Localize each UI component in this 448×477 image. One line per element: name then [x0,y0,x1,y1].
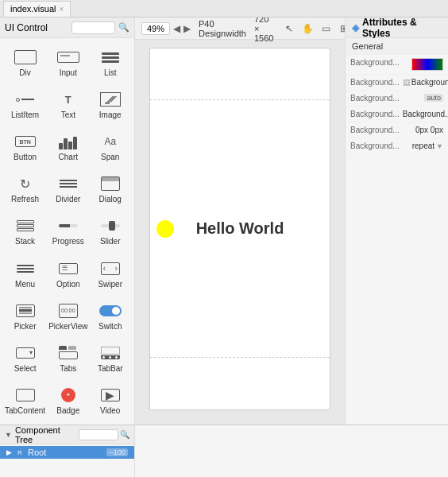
attr-label-1: Background... [350,58,408,67]
tree-search-area: 🔍 [79,429,129,440]
attr-row-background-size: Background... auto [346,91,448,107]
attributes-title: Attributes & Styles [362,17,442,39]
component-menu[interactable]: Menu [3,253,47,295]
component-tabs-label: Tabs [60,364,76,373]
component-progress[interactable]: Progress [47,210,89,252]
component-button-label: Button [14,153,37,161]
component-chart-label: Chart [59,153,78,161]
component-badge[interactable]: + Badge [47,379,89,421]
component-pickerview-label: PickerView [48,322,87,331]
attr-val-2: Background... [411,78,448,87]
zoom-prev-icon[interactable]: ◀ [173,23,180,34]
main-area: UI Control 🔍 Div Input [0,17,448,425]
component-text-label: Text [61,111,75,119]
component-refresh[interactable]: ↻ Refresh [3,168,47,210]
tool-pointer[interactable]: ↖ [281,21,297,36]
device-top-section [150,48,330,100]
component-tabs[interactable]: Tabs [47,337,89,379]
tree-header-left: ▼ Component Tree [5,425,79,444]
attr-row-background-position: Background... Background... [346,107,448,122]
tree-search-input[interactable] [79,429,118,440]
refresh-icon: ↻ [20,176,30,192]
component-divider-label: Divider [56,195,80,204]
component-tree-panel: ▼ Component Tree 🔍 ▶ R Root --100 [0,425,135,477]
component-search-input[interactable] [71,21,115,34]
slider-icon [101,224,120,227]
tree-collapse-icon[interactable]: ▼ [5,431,12,439]
component-button[interactable]: BTN Button [3,126,47,168]
component-swiper[interactable]: ‹› Swiper [89,253,131,295]
component-select[interactable]: ▾ Select [3,337,47,379]
component-divider[interactable]: Divider [47,168,89,210]
component-pickerview[interactable]: 00:00 PickerView [47,295,89,337]
expand-repeat-icon[interactable]: ▼ [436,142,443,150]
swiper-icon: ‹› [101,262,120,275]
component-option[interactable]: ☰ Option [47,253,89,295]
file-tab[interactable]: index.visual × [3,1,71,17]
switch-icon [99,305,122,316]
tool-rect[interactable]: ▭ [318,21,334,36]
component-image-label: Image [99,111,122,119]
component-list[interactable]: List [89,41,131,83]
attr-label-5: Background... [350,126,400,134]
tree-item-root[interactable]: ▶ R Root --100 [0,446,134,459]
tab-close-icon[interactable]: × [59,5,64,14]
panel-search-area: 🔍 [71,21,129,34]
component-progress-label: Progress [52,237,84,246]
zoom-next-icon[interactable]: ▶ [183,23,191,34]
tabs-icon [59,346,78,359]
bottom-section: ▼ Component Tree 🔍 ▶ R Root --100 [0,425,448,477]
component-image[interactable]: Image [89,83,131,126]
color-preview-icon[interactable] [411,58,443,71]
picker-icon [16,304,35,317]
device-bottom-section [150,358,330,409]
attr-label-4: Background... [350,110,400,118]
tool-hand[interactable]: ✋ [299,21,315,36]
attr-row-background-repeat: Background... repeat ▼ [346,138,448,154]
component-slider-label: Slider [100,237,121,246]
component-chart[interactable]: Chart [47,126,89,168]
resolution-label: 720 × 1560 [254,17,273,43]
tree-header: ▼ Component Tree 🔍 [0,425,134,444]
component-span-label: Span [101,153,119,161]
component-input[interactable]: Input [47,41,89,83]
stack-icon [17,220,34,231]
component-video[interactable]: ▶ Video [89,379,131,421]
ui-control-header: UI Control 🔍 [0,17,134,38]
input-icon [57,52,79,63]
component-tabbar[interactable]: TabBar [89,337,131,379]
component-picker[interactable]: Picker [3,295,47,337]
component-slider[interactable]: Slider [89,210,131,252]
button-icon: BTN [15,136,36,147]
canvas-area: Hello World [135,40,345,425]
menu-icon [17,265,34,273]
component-listitem[interactable]: ListItem [3,83,47,126]
component-switch[interactable]: Switch [89,295,131,337]
canvas-toolbar: 49% ◀ ▶ P40 Designwidth 720 × 1560 ↖ ✋ ▭… [135,17,345,40]
panel-title: UI Control [5,22,48,33]
zoom-level[interactable]: 49% [141,22,170,35]
tree-item-icon-root: R [15,448,25,457]
component-text[interactable]: T Text [47,83,89,126]
chart-icon [59,134,77,149]
canvas-tools: ↖ ✋ ▭ ⊞ ⊕ ⊖ ⚙ ⊟ ▶ [281,21,345,36]
component-list-label: List [104,68,117,77]
component-div[interactable]: Div [3,41,47,83]
search-icon[interactable]: 🔍 [118,22,129,33]
progress-icon [59,224,78,227]
device-middle-section: Hello World [150,100,330,358]
component-switch-label: Switch [98,322,122,331]
component-tabcontent[interactable]: TabContent [3,379,47,421]
tree-search-icon[interactable]: 🔍 [120,430,129,439]
attributes-header: ◈ Attributes & Styles [346,17,448,38]
component-span[interactable]: Aa Span [89,126,131,168]
component-div-label: Div [19,68,30,77]
device-frame[interactable]: Hello World [149,48,330,410]
tool-frame[interactable]: ⊞ [336,21,345,36]
component-dialog[interactable]: Dialog [89,168,131,210]
attr-value-2: 🖼 Background... [403,78,448,87]
attr-val-6: repeat [412,142,434,150]
component-stack[interactable]: Stack [3,210,47,252]
attributes-panel-icon: ◈ [352,22,359,33]
tabbar-icon [101,347,120,359]
